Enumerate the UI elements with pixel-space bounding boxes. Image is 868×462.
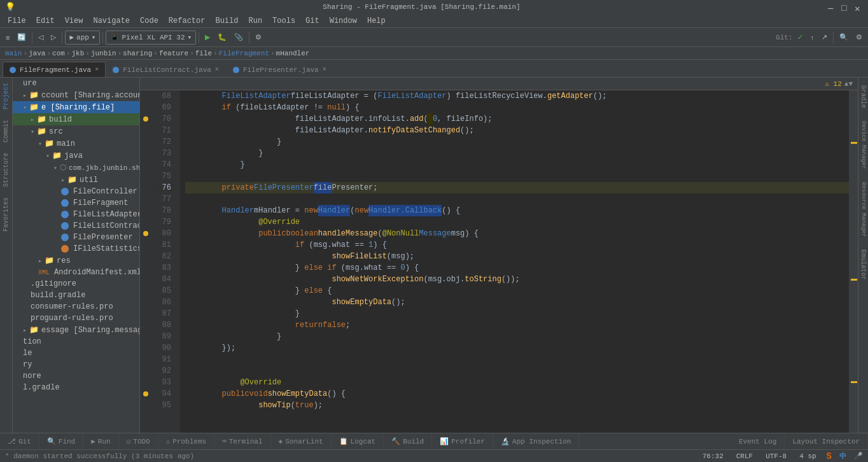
sidebar-item-ry[interactable]: ry (13, 359, 139, 370)
bottom-tab-git[interactable]: ⎇ Git (0, 433, 39, 450)
breadcrumb-item-sharing[interactable]: sharing (123, 50, 152, 57)
sidebar-item-le[interactable]: le (13, 347, 139, 359)
maximize-button[interactable]: □ (841, 3, 850, 11)
code-line[interactable]: @Override (185, 377, 849, 388)
minimize-button[interactable]: — (828, 3, 836, 11)
menu-git[interactable]: Git (300, 15, 325, 27)
tab-close-filepresenter[interactable]: × (323, 66, 326, 73)
code-line[interactable]: showTip(true); (185, 400, 849, 411)
code-line[interactable]: public boolean handleMessage(@NonNull Me… (185, 228, 849, 239)
sidebar-item-nore[interactable]: nore (13, 370, 139, 382)
settings-btn[interactable]: ⚙ (853, 31, 865, 45)
code-line[interactable]: showFileList(msg); (185, 251, 849, 262)
code-line[interactable]: } else if (msg.what == 0) { (185, 262, 849, 274)
breadcrumb-item-mhandler[interactable]: mHandler (276, 50, 310, 57)
sidebar-item-file[interactable]: ▾ 📁 e [Sharing.file] (13, 101, 139, 113)
warning-nav-up[interactable]: ▲ (844, 80, 849, 88)
code-line[interactable] (185, 171, 849, 182)
bottom-tab-build[interactable]: 🔨 Build (384, 433, 432, 450)
sidebar-item-proguardrules[interactable]: proguard-rules.pro (13, 312, 139, 324)
side-tab-project[interactable]: Project (1, 78, 11, 115)
bottom-tab-profiler[interactable]: 📊 Profiler (432, 433, 493, 450)
breadcrumb-item-com[interactable]: com (52, 50, 65, 57)
menu-window[interactable]: Window (325, 15, 362, 27)
search-everywhere-btn[interactable]: 🔍 (836, 31, 851, 45)
bottom-tab-problems[interactable]: ⚠ Problems (158, 433, 214, 450)
bottom-tab-find[interactable]: 🔍 Find (39, 433, 83, 450)
tab-close-filefragment[interactable]: × (95, 66, 99, 73)
sidebar-item-tion[interactable]: tion (13, 336, 139, 347)
sidebar-item-filecontroller[interactable]: FileController (13, 186, 139, 197)
breadcrumb-item-main[interactable]: main (5, 50, 22, 57)
code-line[interactable]: FileListAdapter fileListAdapter = (FileL… (185, 90, 849, 102)
code-line[interactable]: fileListAdapter.infoList.add( 0, fileInf… (185, 113, 849, 125)
breadcrumb-item-java[interactable]: java (29, 50, 45, 57)
sidebar-item-consumerrules[interactable]: consumer-rules.pro (13, 301, 139, 312)
sidebar-item-lgradle[interactable]: l.gradle (13, 382, 139, 393)
code-line[interactable]: private FilePresenter filePresenter; (185, 182, 849, 193)
menu-file[interactable]: File (3, 15, 31, 27)
sidebar-item-util[interactable]: ▸ 📁 util (13, 174, 139, 186)
git-check-btn[interactable]: ✓ (794, 31, 806, 45)
sidebar-item-ure[interactable]: ure (13, 78, 139, 89)
device-selector[interactable]: 📱 Pixel XL API 32 ▾ (106, 31, 196, 45)
right-tab-resource-manager[interactable]: Resource Manager (859, 177, 868, 242)
side-tab-commit[interactable]: Commit (1, 115, 11, 148)
sidebar-item-build[interactable]: ▸ 📁 build (13, 113, 139, 125)
menu-help[interactable]: Help (362, 15, 391, 27)
sidebar-item-java[interactable]: ▾ 📁 java (13, 150, 139, 162)
code-line[interactable]: return false; (185, 319, 849, 331)
breadcrumb-item-file[interactable]: file (195, 50, 212, 57)
sidebar-item-filepresenter[interactable]: FilePresenter (13, 232, 139, 243)
right-tab-gradle[interactable]: Gradle (858, 80, 868, 113)
sidebar-item-filelistadapter[interactable]: FileListAdapter (13, 209, 139, 220)
warning-count[interactable]: ⚠ 12 (825, 80, 841, 88)
bottom-tab-run[interactable]: ▶ Run (83, 433, 118, 450)
code-editor[interactable]: FileListAdapter fileListAdapter = (FileL… (180, 90, 849, 433)
code-line[interactable]: public void showEmptyData() { (185, 388, 849, 400)
right-tab-emulator[interactable]: Emulator (858, 244, 868, 285)
attach-button[interactable]: 📎 (231, 31, 246, 45)
status-position[interactable]: 76:32 (700, 452, 726, 460)
code-line[interactable]: Handler mHandler = new Handler(new Handl… (185, 205, 849, 216)
scrollbar-track[interactable] (849, 90, 858, 433)
toolbar-project-btn[interactable]: ≡ (3, 31, 13, 45)
menu-view[interactable]: View (60, 15, 88, 27)
code-line[interactable]: } (185, 159, 849, 171)
code-line[interactable]: @Override (185, 216, 849, 228)
run-button[interactable]: ▶ (202, 31, 213, 45)
code-line[interactable]: } else { (185, 285, 849, 297)
tab-filefragment[interactable]: FileFragment.java × (3, 62, 106, 77)
warning-nav-down[interactable]: ▼ (848, 80, 853, 88)
tab-filepresenter[interactable]: FilePresenter.java × (226, 62, 333, 77)
menu-run[interactable]: Run (243, 15, 267, 27)
sidebar-item-package[interactable]: ▾ ⬡ com.jkb.junbin.shar... (13, 162, 139, 174)
sidebar-item-androidmanifest[interactable]: XML AndroidManifest.xml (13, 267, 139, 278)
code-line[interactable]: } (185, 148, 849, 159)
toolbar-back-btn[interactable]: ◁ (35, 31, 46, 45)
bottom-tab-app-inspection[interactable]: 🔬 App Inspection (493, 433, 579, 450)
git-push-btn[interactable]: ↗ (818, 31, 830, 45)
code-line[interactable]: } (185, 331, 849, 342)
bottom-tab-logcat[interactable]: 📋 Logcat (332, 433, 384, 450)
sidebar-item-main[interactable]: ▾ 📁 main (13, 137, 139, 150)
status-line-ending[interactable]: CRLF (734, 452, 755, 460)
code-line[interactable] (185, 365, 849, 377)
breadcrumb-item-filefragment[interactable]: FileFragment (219, 50, 269, 57)
toolbar-more-btn[interactable]: ⚙ (252, 31, 265, 45)
sidebar-item-account[interactable]: ▸ 📁 ccount [Sharing.account] (13, 89, 139, 101)
app-selector[interactable]: ▶ app ▾ (65, 31, 100, 45)
tab-filelistcontract[interactable]: FileListContract.java × (106, 62, 226, 77)
sidebar-item-ifilestatistics[interactable]: IFileStatisticsImp (13, 243, 139, 255)
menu-edit[interactable]: Edit (31, 15, 60, 27)
bottom-tab-todo[interactable]: ☑ TODO (119, 433, 158, 450)
right-tab-device-manager[interactable]: Device Manager (859, 116, 868, 174)
status-indent[interactable]: 4 sp (797, 452, 818, 460)
bottom-tab-sonarlint[interactable]: ◈ SonarLint (271, 433, 332, 450)
side-tab-favorites[interactable]: Favorites (1, 192, 11, 237)
code-line[interactable]: if (fileListAdapter != null) { (185, 102, 849, 113)
code-line[interactable]: showEmptyData(); (185, 297, 849, 308)
sidebar-item-src[interactable]: ▾ 📁 src (13, 125, 139, 137)
git-update-btn[interactable]: ↑ (808, 31, 818, 45)
code-line[interactable] (185, 354, 849, 365)
